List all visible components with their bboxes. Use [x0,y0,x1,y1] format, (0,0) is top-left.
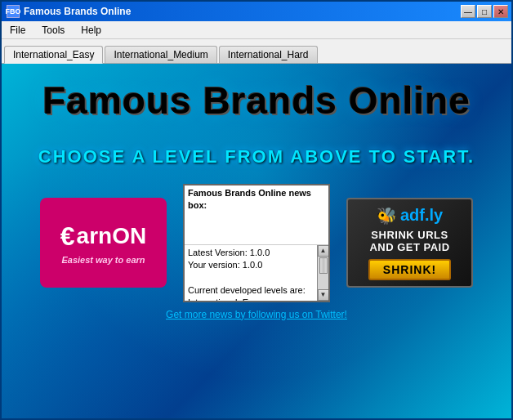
earnon-subtitle: Easiest way to earn [61,255,145,265]
earnon-text: arnON [77,223,147,249]
adfly-panel[interactable]: 🐝 adf.ly SHRINK URLS AND GET PAID SHRINK… [346,198,473,288]
scroll-track [318,257,328,289]
bottom-row: € arnON Easiest way to earn Famous Brand… [2,184,511,302]
menu-help[interactable]: Help [73,23,109,38]
euro-icon: € [60,221,75,252]
adfly-header: 🐝 adf.ly [377,206,443,226]
adfly-tagline: SHRINK URLS AND GET PAID [369,229,449,254]
tab-bar: International_Easy International_Medium … [2,39,511,64]
news-box-inner: Latest Version: 1.0.0 Your version: 1.0.… [185,245,328,301]
earnon-panel[interactable]: € arnON Easiest way to earn [40,198,167,288]
adfly-logo-text: adf.ly [400,206,443,224]
news-box-wrapper: Famous Brands Online news box: Latest Ve… [183,184,330,302]
choose-level-text: CHOOSE A LEVEL FROM ABOVE TO START. [38,146,475,168]
news-box: Famous Brands Online news box: Latest Ve… [183,184,330,302]
tab-international-hard[interactable]: International_Hard [219,46,318,63]
news-box-header: Famous Brands Online news box: [185,185,328,245]
maximize-button[interactable]: □ [477,5,492,18]
scroll-thumb[interactable] [319,257,328,274]
main-window: FBO Famous Brands Online — □ ✕ File Tool… [0,0,513,420]
app-icon: FBO [7,5,20,18]
news-box-content[interactable]: Latest Version: 1.0.0 Your version: 1.0.… [185,245,317,301]
menu-bar: File Tools Help [2,21,511,39]
menu-tools[interactable]: Tools [33,23,73,38]
title-buttons: — □ ✕ [461,5,508,18]
adfly-tagline-line1: SHRINK URLS [369,229,449,242]
scroll-down-arrow[interactable]: ▼ [318,289,329,301]
news-scrollbar[interactable]: ▲ ▼ [317,245,328,301]
adfly-tagline-line2: AND GET PAID [369,241,449,254]
title-bar: FBO Famous Brands Online — □ ✕ [2,2,511,21]
window-title: Famous Brands Online [24,6,131,17]
scroll-up-arrow[interactable]: ▲ [318,245,329,257]
close-button[interactable]: ✕ [493,5,508,18]
brand-title: Famous Brands Online [42,80,471,122]
adfly-logo: adf.ly [400,206,443,225]
menu-file[interactable]: File [2,23,33,38]
tab-international-medium[interactable]: International_Medium [105,46,216,63]
minimize-button[interactable]: — [461,5,475,18]
adfly-shrink-button[interactable]: SHRINK! [368,259,451,280]
main-content: Famous Brands Online CHOOSE A LEVEL FROM… [2,64,511,418]
earnon-logo: € arnON [60,221,146,252]
tab-international-easy[interactable]: International_Easy [4,46,103,64]
bee-icon: 🐝 [377,206,397,226]
title-bar-left: FBO Famous Brands Online [7,5,131,18]
twitter-link[interactable]: Get more news by following us on Twitter… [166,309,347,320]
